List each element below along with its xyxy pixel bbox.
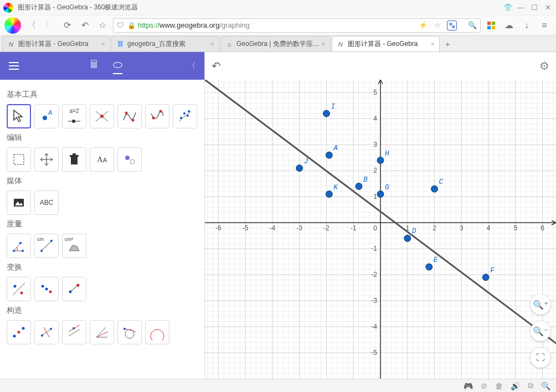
tool-roots[interactable] (145, 104, 169, 128)
svg-point-14 (159, 110, 162, 113)
tool-label[interactable]: AA (90, 147, 114, 172)
status-bar: 🎮 ⊘ 🗑 🔊 ⧉ 🔍 (0, 379, 556, 392)
tool-area[interactable]: cm² (62, 234, 86, 258)
browser-logo-icon[interactable] (4, 17, 21, 34)
download-icon[interactable]: ↓ (519, 18, 534, 33)
minimize-button[interactable]: — (516, 3, 526, 13)
fav-icon[interactable]: ☆ (433, 20, 442, 30)
tools-scroll[interactable]: 基本工具 A a=2 编辑 AA 媒体 ABC (0, 80, 204, 379)
tool-point[interactable]: A (34, 104, 59, 128)
svg-point-10 (100, 115, 104, 118)
graph-canvas[interactable] (205, 80, 556, 379)
tab-close-icon[interactable]: × (101, 40, 105, 48)
tool-reflect-line[interactable] (7, 277, 31, 301)
settings-button[interactable]: ⚙ (539, 59, 549, 73)
tool-reflect-point[interactable] (34, 277, 59, 301)
svg-point-41 (69, 291, 72, 293)
svg-point-13 (152, 117, 155, 120)
graph-panel: ↶ ⚙ 🔍⁺ 🔍⁻ ⛶ IAJHBKGCDEF (205, 52, 556, 379)
tool-move-view[interactable] (34, 147, 59, 172)
tool-parallel[interactable] (62, 320, 86, 344)
tool-fit[interactable] (173, 104, 197, 128)
tool-perpbisector[interactable] (34, 320, 59, 344)
tab-0[interactable]: N图形计算器 - GeoGebra× (2, 36, 110, 51)
tab-close-icon[interactable]: × (431, 40, 435, 48)
tool-extremum[interactable] (117, 104, 142, 128)
section-transform: 变换 (7, 262, 198, 272)
tool-text[interactable]: ABC (34, 190, 59, 215)
tool-slider[interactable]: a=2 (62, 104, 86, 128)
tool-translate[interactable] (62, 277, 86, 301)
tab-close-icon[interactable]: × (210, 40, 214, 48)
pin-icon[interactable]: 👕 (503, 3, 513, 13)
status-block-icon[interactable]: ⊘ (481, 381, 487, 390)
graph-canvas-wrap[interactable]: 🔍⁺ 🔍⁻ ⛶ IAJHBKGCDEF (205, 80, 556, 379)
tool-angle[interactable] (7, 234, 31, 258)
svg-point-32 (40, 250, 43, 252)
tab-3[interactable]: N图形计算器 - GeoGebra× (332, 36, 440, 51)
tab-favicon: N (7, 40, 15, 48)
collapse-button[interactable]: 〈 (183, 58, 200, 74)
maximize-button[interactable]: ☐ (529, 3, 539, 13)
flash-icon[interactable]: ⚡ (418, 20, 428, 30)
tool-delete[interactable] (62, 147, 86, 172)
status-gamepad-icon[interactable]: 🎮 (464, 381, 473, 390)
svg-point-18 (187, 115, 189, 117)
svg-point-42 (77, 284, 80, 287)
hamburger-button[interactable] (0, 65, 28, 66)
tab-1[interactable]: 百geogebra_百度搜索× (111, 36, 219, 51)
svg-rect-3 (492, 26, 495, 29)
tab-strip: N图形计算器 - GeoGebra×百geogebra_百度搜索×⌂GeoGeb… (0, 35, 556, 52)
status-trash-icon[interactable]: 🗑 (495, 381, 503, 390)
cm-label: cm (37, 236, 44, 242)
fullscreen-button[interactable]: ⛶ (531, 348, 550, 368)
svg-rect-23 (73, 153, 76, 155)
tool-anglebisector[interactable] (90, 320, 114, 344)
close-button[interactable]: ✕ (543, 3, 553, 13)
tool-image[interactable] (7, 190, 31, 215)
paw-icon[interactable]: 🐾 (447, 20, 457, 30)
tab-2[interactable]: ⌂GeoGebra | 免费的数学应…× (220, 36, 331, 51)
status-restore-icon[interactable]: ⧉ (528, 381, 533, 390)
status-zoom-icon[interactable]: 🔍 (541, 381, 550, 390)
section-measure: 度量 (7, 219, 198, 229)
search-icon[interactable]: 🔍 (468, 21, 477, 29)
tab-close-icon[interactable]: × (322, 40, 326, 48)
undo-nav-button[interactable]: ↶ (78, 18, 92, 33)
svg-rect-21 (71, 157, 78, 164)
svg-point-39 (45, 288, 48, 291)
tool-locus[interactable] (145, 320, 169, 344)
svg-point-58 (123, 328, 126, 330)
status-sound-icon[interactable]: 🔊 (511, 381, 520, 390)
url-host: www.geogebra.org (159, 21, 219, 29)
undo-button[interactable]: ↶ (212, 59, 221, 73)
tools-mode-icon[interactable]: ⬭ (113, 58, 122, 74)
svg-point-49 (50, 328, 52, 330)
back-button[interactable]: 〈 (24, 18, 39, 33)
apps-icon[interactable] (484, 18, 498, 33)
forward-button[interactable]: 〉 (42, 18, 56, 33)
graph-toolbar: ↶ ⚙ (205, 52, 556, 80)
tool-select[interactable] (7, 147, 31, 172)
tool-midpoint[interactable] (7, 320, 31, 344)
svg-line-55 (96, 332, 108, 337)
star-button[interactable]: ☆ (95, 18, 110, 33)
zoom-out-button[interactable]: 🔍⁻ (531, 321, 550, 341)
tool-style[interactable] (117, 147, 142, 172)
tab-label: 图形计算器 - GeoGebra (348, 39, 429, 49)
tool-tangent[interactable] (117, 320, 142, 344)
new-tab-button[interactable]: ＋ (441, 37, 455, 51)
menu-icon[interactable]: ≡ (537, 18, 552, 33)
tab-label: GeoGebra | 免费的数学应… (236, 39, 320, 49)
tool-move[interactable] (7, 104, 31, 128)
cloud-icon[interactable]: ☁ (502, 18, 516, 33)
reload-button[interactable]: ⟳ (60, 18, 74, 33)
address-field[interactable]: 🛡 🔒 https://www.geogebra.org/graphing ⚡ … (113, 18, 481, 33)
tool-intersect[interactable] (90, 104, 114, 128)
svg-line-35 (13, 283, 25, 295)
zoom-in-button[interactable]: 🔍⁺ (531, 295, 550, 314)
algebra-mode-icon[interactable]: 🖩 (89, 58, 100, 74)
tool-distance[interactable]: cm (34, 234, 59, 258)
section-construct: 构造 (7, 306, 198, 316)
tab-favicon: 百 (116, 40, 124, 48)
